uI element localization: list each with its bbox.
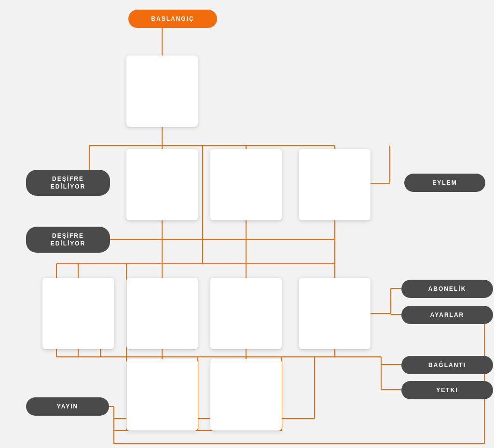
flow-card xyxy=(210,359,282,431)
flow-card xyxy=(299,278,370,349)
flow-card xyxy=(126,278,198,349)
decrypt-pill-1: DEŞİFRE EDİLİYOR xyxy=(26,170,110,196)
action-pill: EYLEM xyxy=(404,174,485,192)
flow-card xyxy=(126,149,198,220)
flow-card xyxy=(210,278,282,349)
subscription-pill: ABONELİK xyxy=(401,280,493,298)
broadcast-pill: YAYIN xyxy=(26,397,109,416)
flow-card xyxy=(42,278,114,349)
flow-card xyxy=(126,359,198,431)
start-pill: BAŞLANGIÇ xyxy=(128,10,217,28)
settings-pill: AYARLAR xyxy=(401,306,493,324)
connection-pill: BAĞLANTI xyxy=(401,356,493,374)
authority-pill: YETKİ xyxy=(401,381,493,399)
decrypt-pill-2: DEŞİFRE EDİLİYOR xyxy=(26,227,110,253)
flow-card xyxy=(210,149,282,220)
flow-card xyxy=(126,55,198,127)
flow-card xyxy=(299,149,370,220)
